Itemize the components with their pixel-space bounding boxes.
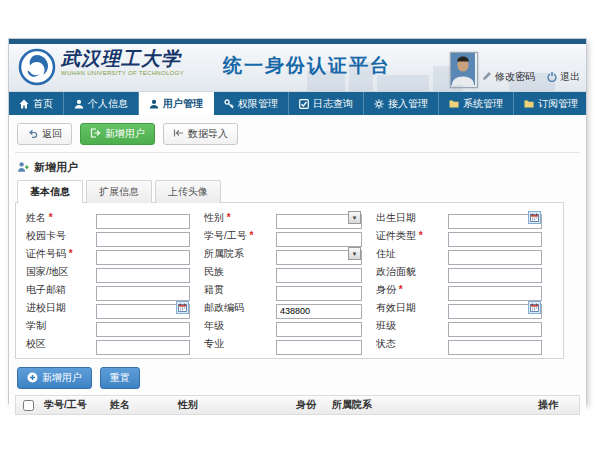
user-icon bbox=[74, 99, 84, 109]
field-label-identity: 身份 * bbox=[376, 283, 434, 297]
form-tabs: 基本信息扩展信息上传头像 bbox=[15, 180, 580, 202]
status-input[interactable] bbox=[448, 340, 542, 355]
required-asterisk: * bbox=[227, 212, 231, 223]
folder-icon bbox=[524, 99, 534, 109]
import-arrow-icon bbox=[173, 128, 184, 140]
university-name-en: WUHAN UNIVERSITY OF TECHNOLOGY bbox=[61, 70, 184, 76]
field-label-status: 状态 bbox=[376, 337, 434, 351]
back-button[interactable]: 返回 bbox=[17, 123, 72, 145]
field-label-country-region: 国家/地区 bbox=[26, 265, 82, 279]
nav-item-label: 日志查询 bbox=[313, 97, 353, 111]
results-table-header: 学号/工号姓名性别身份所属院系操作 bbox=[15, 395, 580, 415]
field-status bbox=[448, 336, 542, 351]
field-label-native-place: 籍贯 bbox=[204, 283, 262, 297]
add-user-icon bbox=[90, 128, 101, 140]
field-birth-date bbox=[448, 210, 542, 225]
content-area: 返回 新增用户 数据导入 新增用户 基本信息扩展信息上传头像 姓名 *性别 *▼… bbox=[9, 115, 586, 415]
campus-input[interactable] bbox=[96, 340, 190, 355]
chevron-down-icon[interactable]: ▼ bbox=[348, 211, 361, 224]
field-label-campus: 校区 bbox=[26, 337, 82, 351]
major-input[interactable] bbox=[276, 340, 362, 355]
field-gender: ▼ bbox=[276, 210, 362, 225]
form-actions: 新增用户 重置 bbox=[15, 359, 580, 395]
field-label-text: 年级 bbox=[204, 320, 224, 331]
nav-item-system-management[interactable]: 系统管理 bbox=[439, 92, 514, 115]
tab-extended-info[interactable]: 扩展信息 bbox=[86, 180, 152, 203]
add-user-section-icon bbox=[17, 161, 29, 175]
logout-link[interactable]: 退出 bbox=[547, 70, 580, 84]
university-logo bbox=[18, 48, 56, 90]
reset-button[interactable]: 重置 bbox=[100, 367, 140, 389]
nav-item-user-management[interactable]: 用户管理 bbox=[139, 92, 214, 115]
nav-item-access-management[interactable]: 接入管理 bbox=[364, 92, 439, 115]
grade-input[interactable] bbox=[276, 322, 362, 337]
home-icon bbox=[19, 99, 29, 109]
field-ethnicity bbox=[276, 264, 362, 279]
field-label-text: 身份 bbox=[376, 284, 396, 295]
nav-item-log-query[interactable]: 日志查询 bbox=[289, 92, 364, 115]
change-password-link[interactable]: 修改密码 bbox=[482, 70, 535, 84]
field-label-text: 性别 bbox=[204, 212, 224, 223]
email-input[interactable] bbox=[96, 286, 190, 301]
field-label-text: 有效日期 bbox=[376, 302, 416, 313]
postal-code-input[interactable] bbox=[276, 304, 362, 319]
field-label-major: 专业 bbox=[204, 337, 262, 351]
campus-card-no-input[interactable] bbox=[96, 232, 190, 247]
toolbar: 返回 新增用户 数据导入 bbox=[15, 115, 580, 153]
field-campus-card-no bbox=[96, 228, 190, 243]
calendar-icon[interactable] bbox=[176, 301, 189, 314]
field-label-schooling-length: 学制 bbox=[26, 319, 82, 333]
field-label-name: 姓名 * bbox=[26, 211, 82, 225]
field-label-text: 专业 bbox=[204, 338, 224, 349]
tab-basic-info[interactable]: 基本信息 bbox=[17, 180, 83, 203]
field-name bbox=[96, 210, 190, 225]
column-header-student-no: 学号/工号 bbox=[40, 398, 106, 412]
native-place-input[interactable] bbox=[276, 286, 362, 301]
back-arrow-icon bbox=[27, 128, 38, 140]
field-label-text: 住址 bbox=[376, 248, 396, 259]
nav-item-home[interactable]: 首页 bbox=[9, 92, 64, 115]
field-label-birth-date: 出生日期 bbox=[376, 211, 434, 225]
field-label-text: 所属院系 bbox=[204, 248, 244, 259]
nav-item-permission-management[interactable]: 权限管理 bbox=[214, 92, 289, 115]
country-region-input[interactable] bbox=[96, 268, 190, 283]
field-label-text: 邮政编码 bbox=[204, 302, 244, 313]
column-header-actions: 操作 bbox=[534, 398, 579, 412]
field-label-ethnicity: 民族 bbox=[204, 265, 262, 279]
student-employee-no-input[interactable] bbox=[276, 232, 362, 247]
nav-item-subscription-management[interactable]: 订阅管理 bbox=[514, 92, 589, 115]
field-identity bbox=[448, 282, 542, 297]
tab-upload-avatar[interactable]: 上传头像 bbox=[155, 180, 221, 203]
calendar-icon[interactable] bbox=[528, 301, 541, 314]
name-input[interactable] bbox=[96, 214, 190, 229]
field-label-text: 进校日期 bbox=[26, 302, 66, 313]
field-label-student-employee-no: 学号/工号 * bbox=[204, 229, 262, 243]
id-number-input[interactable] bbox=[96, 250, 190, 265]
address-input[interactable] bbox=[448, 250, 542, 265]
field-label-text: 学制 bbox=[26, 320, 46, 331]
data-import-button[interactable]: 数据导入 bbox=[163, 123, 238, 145]
select-all-checkbox[interactable] bbox=[23, 400, 34, 411]
change-password-label: 修改密码 bbox=[495, 70, 535, 84]
identity-input[interactable] bbox=[448, 286, 542, 301]
reset-label: 重置 bbox=[110, 371, 130, 385]
id-type-input[interactable] bbox=[448, 232, 542, 247]
required-asterisk: * bbox=[69, 248, 73, 259]
submit-add-user-button[interactable]: 新增用户 bbox=[17, 367, 92, 389]
ethnicity-input[interactable] bbox=[276, 268, 362, 283]
chevron-down-icon[interactable]: ▼ bbox=[348, 247, 361, 260]
power-icon bbox=[547, 71, 557, 84]
class-input[interactable] bbox=[448, 322, 542, 337]
nav-item-profile[interactable]: 个人信息 bbox=[64, 92, 139, 115]
add-user-toolbar-button[interactable]: 新增用户 bbox=[80, 123, 155, 145]
calendar-icon[interactable] bbox=[528, 211, 541, 224]
field-label-political-status: 政治面貌 bbox=[376, 265, 434, 279]
field-label-text: 证件类型 bbox=[376, 230, 416, 241]
field-label-department: 所属院系 bbox=[204, 247, 262, 261]
political-status-input[interactable] bbox=[448, 268, 542, 283]
field-label-valid-date: 有效日期 bbox=[376, 301, 434, 315]
header: 武汉理工大学 WUHAN UNIVERSITY OF TECHNOLOGY 统一… bbox=[9, 44, 586, 92]
schooling-length-input[interactable] bbox=[96, 322, 190, 337]
nav-item-label: 接入管理 bbox=[388, 97, 428, 111]
required-asterisk: * bbox=[49, 212, 53, 223]
